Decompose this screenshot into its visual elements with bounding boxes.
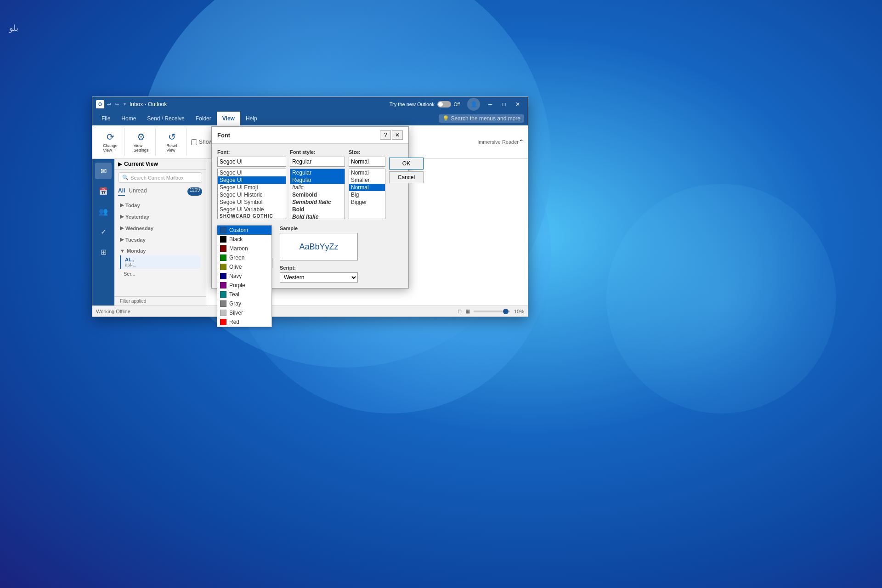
- tab-file[interactable]: File: [96, 112, 116, 125]
- font-list[interactable]: Segoe UI Segoe UI Segoe UI Emoji Segoe U…: [217, 169, 286, 219]
- show-checkbox[interactable]: [191, 139, 197, 145]
- dialog-close-buttons: ? ✕: [380, 130, 403, 140]
- style-input[interactable]: [290, 157, 345, 167]
- ribbon-search[interactable]: 💡 Search the menus and more: [439, 114, 524, 123]
- color-item-maroon[interactable]: Maroon: [217, 244, 271, 253]
- color-item-gray[interactable]: Gray: [217, 299, 271, 308]
- nav-icon-people[interactable]: 👥: [95, 203, 112, 220]
- style-item-semibold-italic[interactable]: Semibold Italic: [290, 198, 345, 206]
- dialog-title: Font: [217, 132, 230, 139]
- tab-view[interactable]: View: [217, 112, 240, 125]
- group-yesterday-header[interactable]: ▶ Yesterday: [120, 213, 200, 220]
- color-item-olive[interactable]: Olive: [217, 262, 271, 271]
- redo-btn[interactable]: ↪: [115, 102, 119, 107]
- immersive-reader-section-label: Immersive Reader: [477, 139, 519, 145]
- color-item-green[interactable]: Green: [217, 253, 271, 262]
- size-list[interactable]: Normal Smaller Normal Big Bigger: [349, 169, 385, 219]
- search-box[interactable]: 🔍 Search Current Mailbox: [118, 172, 202, 183]
- font-input[interactable]: [217, 157, 286, 167]
- style-item-regular[interactable]: Regular: [290, 169, 345, 176]
- style-item-semibold[interactable]: Semibold: [290, 191, 345, 198]
- dialog-help-button[interactable]: ?: [380, 130, 391, 140]
- style-item-regular-2[interactable]: Regular: [290, 176, 345, 184]
- color-swatch-gray: [220, 300, 226, 307]
- zoom-slider[interactable]: [474, 311, 510, 312]
- expand-icon[interactable]: ▶: [118, 161, 122, 167]
- qat-btn[interactable]: ▼: [123, 102, 127, 107]
- working-offline: Working Offline: [96, 309, 130, 314]
- change-view-label: ChangeView: [103, 143, 118, 153]
- nav-icon-apps[interactable]: ⊞: [95, 243, 112, 260]
- group-wednesday-header[interactable]: ▶ Wednesday: [120, 224, 200, 232]
- cancel-button[interactable]: Cancel: [389, 171, 424, 183]
- font-item-segoe-ui[interactable]: Segoe UI: [218, 169, 286, 176]
- minimize-button[interactable]: ─: [484, 100, 497, 109]
- color-item-silver[interactable]: Silver: [217, 308, 271, 317]
- tab-unread[interactable]: Unread: [129, 187, 147, 196]
- font-label: Font:: [217, 149, 286, 155]
- ok-button[interactable]: OK: [389, 158, 424, 170]
- tab-send-receive[interactable]: Send / Receive: [141, 112, 190, 125]
- view-icon-1[interactable]: ◻: [458, 308, 462, 314]
- monday-item-2[interactable]: Ser...: [120, 270, 200, 278]
- size-item-smaller[interactable]: Smaller: [349, 176, 385, 184]
- monday-label: Monday: [127, 248, 146, 254]
- font-item-showcard[interactable]: SHOWCARD GOTHIC: [218, 213, 286, 219]
- size-item-normal-1[interactable]: Normal: [349, 169, 385, 176]
- all-unread-tabs: All Unread 1209: [114, 186, 206, 198]
- style-item-bold[interactable]: Bold: [290, 206, 345, 213]
- try-outlook-label: Try the new Outlook: [390, 102, 435, 107]
- color-item-teal[interactable]: Teal: [217, 290, 271, 299]
- size-item-normal-2[interactable]: Normal: [349, 184, 385, 191]
- tuesday-label: Tuesday: [125, 237, 146, 243]
- font-item-emoji[interactable]: Segoe UI Emoji: [218, 184, 286, 191]
- folder-panel: ▶ Current View 🔍 Search Current Mailbox …: [114, 159, 206, 305]
- script-dropdown[interactable]: Western Eastern European Cyrillic Greek: [280, 272, 358, 283]
- yesterday-label: Yesterday: [125, 214, 149, 220]
- undo-btn[interactable]: ↩: [107, 102, 111, 107]
- font-item-historic[interactable]: Segoe UI Historic: [218, 191, 286, 198]
- color-item-purple[interactable]: Purple: [217, 281, 271, 290]
- filter-applied: Filter applied: [114, 296, 206, 305]
- collapse-btn[interactable]: ⌃: [519, 138, 524, 146]
- size-item-big[interactable]: Big: [349, 191, 385, 198]
- tab-all[interactable]: All: [118, 187, 125, 196]
- outlook-toggle[interactable]: [437, 101, 451, 107]
- nav-icon-calendar[interactable]: 📅: [95, 183, 112, 199]
- nav-icon-tasks[interactable]: ✓: [95, 223, 112, 240]
- font-item-symbol[interactable]: Segoe UI Symbol: [218, 198, 286, 206]
- change-view-button[interactable]: ⟳ ChangeView: [99, 130, 122, 153]
- size-input[interactable]: [349, 157, 385, 167]
- style-item-italic[interactable]: Italic: [290, 184, 345, 191]
- account-avatar[interactable]: 👤: [467, 98, 480, 111]
- style-item-bold-italic[interactable]: Bold Italic: [290, 213, 345, 219]
- color-item-black[interactable]: Black: [217, 235, 271, 244]
- dialog-close-button[interactable]: ✕: [392, 130, 403, 140]
- nav-icon-mail[interactable]: ✉: [95, 163, 112, 179]
- tab-home[interactable]: Home: [116, 112, 141, 125]
- dialog-columns: Font: Segoe UI Segoe UI Segoe UI Emoji S…: [217, 149, 403, 219]
- sample-box: AaBbYyZz: [280, 233, 358, 260]
- color-name-gray: Gray: [229, 300, 241, 307]
- color-item-red[interactable]: Red: [217, 317, 271, 327]
- reset-view-button[interactable]: ↺ ResetView: [160, 130, 183, 153]
- view-icon-2[interactable]: ▦: [465, 308, 470, 314]
- close-button[interactable]: ✕: [511, 100, 524, 109]
- tab-help[interactable]: Help: [240, 112, 263, 125]
- monday-item-1[interactable]: Al... ast-...: [120, 255, 200, 269]
- style-list[interactable]: Regular Regular Italic Semibold Semibold…: [290, 169, 345, 219]
- group-today-header[interactable]: ▶ Today: [120, 201, 200, 209]
- color-item-custom[interactable]: Custom: [217, 226, 271, 235]
- tab-folder[interactable]: Folder: [190, 112, 217, 125]
- group-monday: ▼ Monday Al... ast-... Ser...: [114, 245, 206, 281]
- search-icon-small: 🔍: [122, 175, 129, 181]
- inbox-list: ▶ Today ▶ Yesterday ▶ Wednesday: [114, 198, 206, 296]
- font-item-variable[interactable]: Segoe UI Variable: [218, 206, 286, 213]
- size-item-bigger[interactable]: Bigger: [349, 198, 385, 206]
- maximize-button[interactable]: □: [498, 100, 510, 109]
- view-settings-button[interactable]: ⚙ ViewSettings: [130, 130, 153, 153]
- font-item-segoe-ui-selected[interactable]: Segoe UI: [218, 176, 286, 184]
- group-tuesday-header[interactable]: ▶ Tuesday: [120, 236, 200, 243]
- color-item-navy[interactable]: Navy: [217, 271, 271, 281]
- group-monday-header[interactable]: ▼ Monday: [120, 247, 200, 254]
